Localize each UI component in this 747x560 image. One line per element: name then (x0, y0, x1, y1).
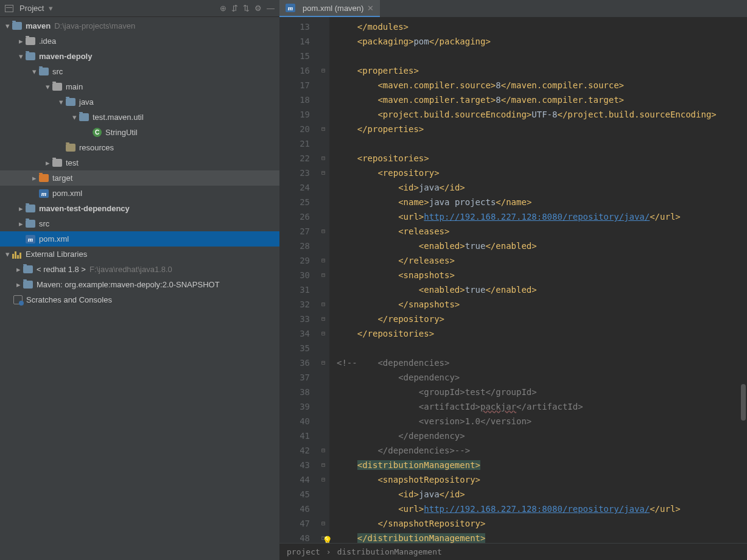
fold-marker[interactable]: ⊟ (321, 253, 325, 268)
line-number[interactable]: 14 (279, 34, 310, 49)
line-number[interactable]: 37 (279, 370, 310, 385)
chevron-icon[interactable]: ▸ (43, 158, 52, 167)
line-number[interactable]: 29 (279, 253, 310, 268)
code-line[interactable]: </repositories> (337, 326, 747, 341)
code-line[interactable]: <maven.compiler.source>8</maven.compiler… (337, 78, 747, 93)
settings-gear-icon[interactable]: ⚙ (254, 4, 262, 13)
tree-node[interactable]: ▾ src (0, 64, 279, 79)
tree-node[interactable]: resources (0, 140, 279, 155)
line-number[interactable]: 40 (279, 414, 310, 429)
chevron-right-icon[interactable]: ▸ (13, 265, 23, 274)
code-line[interactable]: <groupId>test</groupId> (337, 385, 747, 399)
collapse-all-icon[interactable]: ⇅ (243, 4, 250, 13)
breadcrumb-item[interactable]: project (287, 547, 320, 556)
fold-marker[interactable]: ⊟ (321, 326, 325, 341)
maven-lib-node[interactable]: ▸ Maven: org.example:maven-depoly:2.0-SN… (0, 277, 279, 292)
line-number[interactable]: 21 (279, 136, 310, 151)
line-number[interactable]: 47 (279, 516, 310, 531)
code-line[interactable]: <packaging>pom</packaging> (337, 34, 747, 49)
line-number[interactable]: 27 (279, 224, 310, 239)
code-line[interactable]: <maven.compiler.target>8</maven.compiler… (337, 93, 747, 107)
code-line[interactable]: <artifactId>packjar</artifactId> (337, 399, 747, 414)
scratches-node[interactable]: Scratches and Consoles (0, 292, 279, 307)
line-number[interactable]: 34 (279, 326, 310, 341)
line-number[interactable]: 26 (279, 209, 310, 224)
fold-marker[interactable]: ⊟ (321, 297, 325, 312)
folding-column[interactable]: ⊟⊟⊟⊟⊟⊟⊟⊟⊟⊟⊟⊟⊟⊟⊟⊟ (321, 17, 329, 543)
code-line[interactable]: <repository> (337, 166, 747, 180)
scrollbar-thumb[interactable] (741, 384, 746, 421)
code-line[interactable]: </modules> (337, 19, 747, 34)
fold-marker[interactable]: ⊟ (321, 166, 325, 180)
line-number[interactable]: 20 (279, 122, 310, 136)
code-line[interactable] (337, 136, 747, 151)
line-number[interactable]: 48 (279, 531, 310, 543)
line-number[interactable]: 33 (279, 312, 310, 326)
chevron-icon[interactable]: ▸ (16, 37, 26, 46)
breadcrumb-bar[interactable]: project › distributionManagement (279, 543, 747, 560)
line-number[interactable]: 18 (279, 93, 310, 107)
line-number[interactable]: 24 (279, 180, 310, 195)
fold-marker[interactable]: ⊟ (321, 224, 325, 239)
line-number[interactable]: 15 (279, 49, 310, 63)
line-number[interactable]: 30 (279, 268, 310, 282)
hide-panel-icon[interactable]: — (267, 4, 275, 13)
line-number[interactable]: 22 (279, 151, 310, 166)
line-number[interactable]: 32 (279, 297, 310, 312)
code-line[interactable]: <id>java</id> (337, 180, 747, 195)
fold-marker[interactable]: ⊟ (321, 472, 325, 487)
project-tree[interactable]: ▾ maven D:\java-projects\maven ▸ .idea ▾… (0, 17, 279, 560)
code-line[interactable]: <repositories> (337, 151, 747, 166)
fold-marker[interactable]: ⊟ (321, 312, 325, 326)
chevron-icon[interactable]: ▾ (69, 113, 79, 122)
external-libraries[interactable]: ▾ External Libraries (0, 247, 279, 262)
tree-node[interactable]: ▾ java (0, 94, 279, 110)
line-number[interactable]: 16 (279, 63, 310, 78)
line-number[interactable]: 36 (279, 355, 310, 370)
tree-node[interactable]: ▸ target (0, 170, 279, 186)
line-number[interactable]: 25 (279, 195, 310, 209)
chevron-icon[interactable]: ▾ (29, 67, 39, 76)
code-line[interactable]: <enabled>true</enabled> (337, 282, 747, 297)
chevron-down-icon[interactable]: ▾ (2, 21, 12, 30)
line-number[interactable]: 39 (279, 399, 310, 414)
tree-root[interactable]: ▾ maven D:\java-projects\maven (0, 18, 279, 33)
tree-node[interactable]: ▾ maven-depoly (0, 49, 279, 64)
line-number-gutter[interactable]: 1314151617181920212223242526272829303132… (279, 17, 321, 543)
code-line[interactable]: </dependency> (337, 429, 747, 443)
line-number[interactable]: 43 (279, 458, 310, 472)
code-line[interactable]: <!-- <dependencies> (337, 355, 747, 370)
tree-node[interactable]: ▸ test (0, 155, 279, 170)
chevron-down-icon[interactable]: ▾ (2, 250, 12, 259)
code-line[interactable]: <snapshotRepository> (337, 472, 747, 487)
fold-marker[interactable]: ⊟ (321, 268, 325, 282)
code-line[interactable]: <distributionManagement> (337, 458, 747, 472)
editor-scrollbar[interactable] (741, 17, 746, 542)
code-line[interactable]: 💡 </distributionManagement> (337, 531, 747, 543)
chevron-icon[interactable]: ▾ (43, 82, 52, 91)
code-line[interactable]: </snapshots> (337, 297, 747, 312)
line-number[interactable]: 44 (279, 472, 310, 487)
code-line[interactable]: <snapshots> (337, 268, 747, 282)
code-line[interactable]: </dependencies>--> (337, 443, 747, 458)
code-line[interactable]: </releases> (337, 253, 747, 268)
chevron-icon[interactable]: ▾ (56, 97, 66, 107)
fold-marker[interactable]: ⊟ (321, 516, 325, 531)
chevron-icon[interactable]: ▾ (16, 52, 26, 61)
line-number[interactable]: 46 (279, 502, 310, 516)
tree-node[interactable]: ▸ maven-test-dependency (0, 201, 279, 216)
chevron-icon[interactable]: ▸ (16, 204, 26, 213)
close-tab-icon[interactable]: ✕ (367, 4, 374, 13)
line-number[interactable]: 31 (279, 282, 310, 297)
fold-marker[interactable]: ⊟ (321, 151, 325, 166)
code-line[interactable] (337, 49, 747, 63)
line-number[interactable]: 38 (279, 385, 310, 399)
code-line[interactable]: <version>1.0</version> (337, 414, 747, 429)
code-line[interactable]: <dependency> (337, 370, 747, 385)
code-line[interactable]: </repository> (337, 312, 747, 326)
tree-node[interactable]: C StringUtil (0, 125, 279, 140)
project-panel-title[interactable]: Project (19, 4, 44, 13)
line-number[interactable]: 28 (279, 239, 310, 253)
code-line[interactable]: <url>http://192.168.227.128:8080/reposit… (337, 209, 747, 224)
tree-node[interactable]: ▾ test.maven.util (0, 110, 279, 125)
